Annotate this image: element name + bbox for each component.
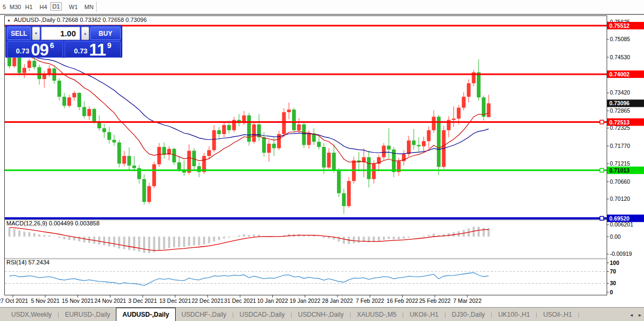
candle-body: [262, 137, 266, 153]
candle-body: [162, 147, 166, 154]
sell-price-prefix: 0.73: [16, 47, 29, 55]
candle-body: [172, 149, 176, 162]
candle-body: [432, 116, 436, 130]
chart-tab-usdcad-daily[interactable]: USDCAD-,Daily: [234, 308, 291, 321]
hline-badge-label: 0.75512: [609, 22, 630, 29]
timeframe-button-w1[interactable]: W1: [67, 3, 80, 11]
date-axis-label: 3 Dec 2021: [128, 297, 157, 304]
date-axis-label: 16 Feb 2022: [387, 297, 418, 304]
price-axis-label: 0.72865: [610, 107, 630, 114]
candle-body: [322, 147, 326, 168]
collapse-panel-icon[interactable]: ▲: [7, 18, 11, 22]
chart-tab-uk100-h1[interactable]: UK100-,H1: [492, 308, 536, 321]
buy-price-prefix: 0.73: [74, 47, 88, 55]
candle-body: [88, 109, 91, 116]
candle-body: [82, 107, 86, 116]
date-axis-label: 7 Feb 2022: [356, 297, 384, 304]
candle-body: [487, 103, 491, 117]
candle-body: [18, 57, 21, 73]
hline-handle[interactable]: [600, 168, 604, 172]
price-axis-label: 0.71215: [610, 160, 630, 167]
chart-tab-dj30-daily[interactable]: DJ30-,Daily: [446, 308, 491, 321]
rsi-axis-label: 100: [610, 260, 619, 266]
candle-body: [287, 109, 291, 112]
candle-body: [33, 61, 36, 67]
candle-body: [412, 140, 415, 145]
volume-input[interactable]: 1.00: [41, 27, 80, 40]
chart-title: ▲ AUDUSD-,Daily 0.72668 0.73362 0.72658 …: [7, 17, 147, 23]
chart-tab-usdcnh-daily[interactable]: USDCNH-,Daily: [292, 308, 349, 321]
candle-body: [27, 61, 31, 68]
chart-tab-xauusd-m5[interactable]: XAUUSD-,M5: [351, 308, 402, 321]
timeframe-toolbar: 5M30H1H4D1W1MN: [0, 0, 644, 15]
tab-scroll-right-icon[interactable]: ▸: [639, 312, 641, 318]
buy-button[interactable]: BUY: [90, 27, 121, 40]
symbol-ohlc-title: AUDUSD-,Daily 0.72668 0.73362 0.72658 0.…: [14, 17, 147, 23]
timeframe-button-mn[interactable]: MN: [83, 3, 95, 11]
hline-handle[interactable]: [600, 216, 604, 220]
chart-tab-ukoil-h1[interactable]: UKOil-,H1: [404, 308, 444, 321]
chart-tab-usdx-weekly[interactable]: USDX,Weekly: [5, 308, 58, 321]
hline-handle[interactable]: [600, 120, 604, 124]
timeframe-button-h1[interactable]: H1: [23, 3, 34, 11]
candle-body: [367, 157, 371, 179]
candle-body: [372, 163, 376, 179]
candle-body: [22, 68, 26, 73]
candle-body: [227, 125, 231, 130]
candle-body: [212, 130, 216, 150]
candle-body: [482, 97, 485, 116]
candle-body: [347, 181, 351, 206]
candle-body: [272, 144, 276, 148]
tab-scroll-left-icon[interactable]: ◂: [630, 312, 633, 318]
buy-price-pipette: 9: [107, 41, 112, 50]
rsi-indicator-label: RSI(14) 57.2434: [6, 259, 50, 265]
sell-price-pipette: 6: [50, 41, 54, 50]
candle-body: [142, 179, 146, 202]
chart-tab-audusd-daily[interactable]: AUDUSD-,Daily: [116, 308, 175, 321]
candle-body: [267, 144, 271, 153]
candle-body: [187, 151, 191, 173]
candle-body: [103, 128, 106, 132]
timeframe-button-d1[interactable]: D1: [50, 2, 62, 11]
candle-body: [217, 130, 221, 134]
timeframe-button-5[interactable]: 5: [1, 3, 7, 11]
date-axis-label: 15 Nov 2021: [62, 297, 94, 304]
one-click-trading-panel: SELL ▼ 1.00 ▲ BUY 0.73 09 6 0.73 11 9: [5, 25, 122, 58]
date-axis-label: 24 Nov 2021: [95, 297, 127, 304]
timeframe-button-m30[interactable]: M30: [8, 3, 22, 11]
volume-increase-button[interactable]: ▲: [81, 27, 89, 40]
sell-price-big-digits: 09: [31, 43, 48, 57]
sell-button[interactable]: SELL: [7, 27, 31, 40]
rsi-axis-label: 30: [610, 280, 616, 286]
candle-body: [477, 72, 481, 97]
candle-body: [73, 93, 76, 97]
sell-price-display[interactable]: 0.73 09 6: [7, 41, 63, 58]
candle-body: [158, 147, 161, 165]
timeframe-button-h4[interactable]: H4: [38, 3, 49, 11]
candle-body: [127, 156, 131, 166]
date-axis-label: 28 Jan 2022: [322, 297, 353, 304]
rsi-axis-label: 0: [610, 289, 613, 295]
buy-price-display[interactable]: 0.73 11 9: [65, 41, 121, 58]
candle-body: [297, 124, 301, 130]
price-axis-label: 0.70120: [610, 195, 630, 202]
candle-body: [12, 57, 16, 66]
candle-body: [107, 132, 111, 139]
price-axis-label: 0.71770: [610, 143, 630, 149]
price-axis-label: 0.75085: [610, 36, 630, 42]
chart-tab-eurusd-daily[interactable]: EURUSD-,Daily: [59, 308, 116, 321]
date-axis-label: 25 Feb 2022: [419, 297, 451, 304]
chart-tab-usdchf-daily[interactable]: USDCHF-,Daily: [176, 308, 232, 321]
volume-decrease-button[interactable]: ▼: [32, 27, 40, 40]
chart-tab-usoil-h1[interactable]: USOil-,H1: [537, 308, 578, 321]
candle-body: [48, 68, 51, 74]
hline-badge-label: 0.71013: [609, 167, 630, 174]
toolbar-separator: [96, 2, 97, 12]
candle-body: [252, 124, 256, 142]
candle-body: [282, 112, 286, 134]
candle-body: [417, 145, 421, 146]
mt4-window: 0.756250.750850.745300.739750.734200.728…: [0, 0, 644, 321]
candle-body: [307, 134, 311, 145]
date-axis-label: 19 Jan 2022: [289, 297, 320, 304]
candle-body: [177, 162, 181, 169]
